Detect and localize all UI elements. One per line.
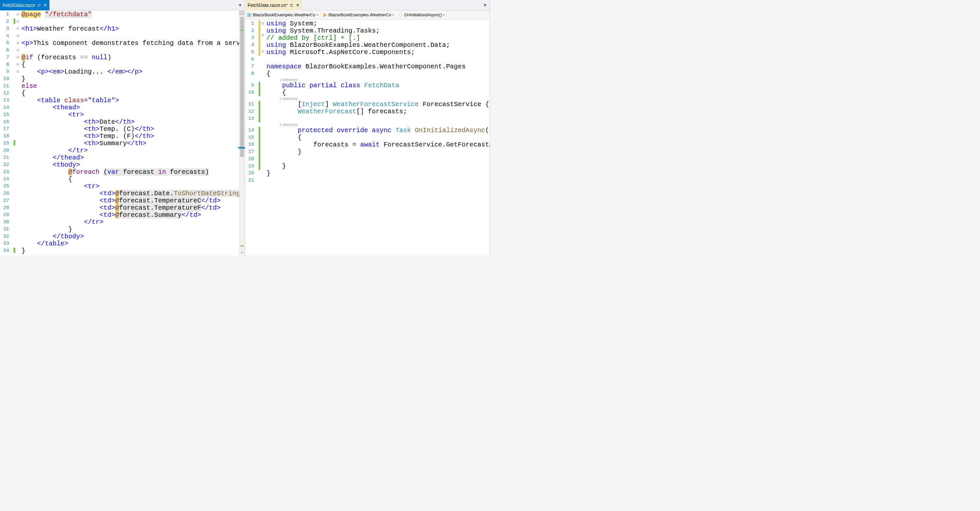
code-line[interactable]: <thead> bbox=[21, 104, 245, 111]
code-line[interactable]: using Microsoft.AspNetCore.Components; bbox=[266, 49, 490, 56]
codelens-reference[interactable]: 1 reference bbox=[266, 123, 490, 127]
tab-overflow-dropdown[interactable]: ▾ bbox=[235, 1, 245, 9]
code-line[interactable]: } bbox=[266, 170, 490, 177]
method-icon bbox=[398, 13, 403, 17]
breadcrumb-method[interactable]: OnInitializedAsync() ▾ bbox=[396, 10, 447, 19]
fold-gutter[interactable]: ⊟⊟⊟⊟⊟⊟⊟⊟⊟ bbox=[16, 10, 20, 256]
code-line[interactable] bbox=[21, 47, 245, 54]
code-line[interactable]: <td>@forecast.TemperatureC</td> bbox=[21, 197, 245, 204]
line-number: 2 bbox=[3, 18, 9, 25]
fold-toggle-icon[interactable]: ⊟ bbox=[16, 68, 20, 75]
code-line[interactable]: { bbox=[266, 134, 490, 141]
code-line[interactable]: <th>Summary</th> bbox=[21, 140, 245, 147]
code-line[interactable]: // added by [ctrl] + [.] bbox=[266, 35, 490, 41]
fold-toggle-icon[interactable]: ⊟ bbox=[261, 48, 265, 55]
code-line[interactable]: { bbox=[266, 70, 490, 78]
breadcrumb-namespace[interactable]: BlazorBookExamples.WeatherCo ▾ bbox=[245, 10, 321, 19]
fold-toggle-icon[interactable]: ⊟ bbox=[16, 11, 20, 18]
fold-toggle-icon[interactable]: ⊟ bbox=[16, 40, 20, 47]
code-line[interactable]: public partial class FetchData bbox=[266, 82, 490, 89]
code-line[interactable]: @if (forecasts == null) bbox=[21, 54, 245, 61]
code-line[interactable]: </table> bbox=[21, 240, 245, 247]
fold-toggle-icon[interactable]: ⊟ bbox=[261, 32, 265, 39]
code-line[interactable]: <tr> bbox=[21, 111, 245, 118]
code-line[interactable]: <p>This component demonstrates fetching … bbox=[21, 40, 245, 47]
code-line[interactable]: <tbody> bbox=[21, 161, 245, 169]
line-number: 5 bbox=[3, 40, 9, 47]
fold-toggle-icon[interactable]: ⊟ bbox=[261, 20, 265, 27]
code-line[interactable]: <th>Temp. (C)</th> bbox=[21, 126, 245, 133]
pin-icon[interactable]: ⊏ bbox=[290, 3, 293, 8]
code-line[interactable]: <td>@forecast.Summary</td> bbox=[21, 212, 245, 219]
close-icon[interactable]: ✕ bbox=[44, 3, 47, 8]
tab-overflow-dropdown[interactable]: ▾ bbox=[480, 1, 490, 9]
code-line[interactable]: <th>Date</th> bbox=[21, 118, 245, 126]
code-line[interactable]: { bbox=[21, 176, 245, 183]
code-line[interactable] bbox=[266, 177, 490, 184]
code-line[interactable]: </tr> bbox=[21, 219, 245, 226]
code-line[interactable] bbox=[266, 115, 490, 123]
code-line[interactable]: <td>@forecast.TemperatureF</td> bbox=[21, 204, 245, 212]
code-line[interactable] bbox=[266, 56, 490, 63]
code-line[interactable]: <tr> bbox=[21, 183, 245, 190]
code-line[interactable]: } bbox=[266, 163, 490, 170]
code-line[interactable]: } bbox=[21, 247, 245, 255]
right-editor-body[interactable]: 123456789101112131415161718192021 ⊟⊟⊟ us… bbox=[245, 19, 490, 256]
code-line[interactable]: </thead> bbox=[21, 154, 245, 161]
code-line[interactable]: { bbox=[21, 90, 245, 97]
code-line[interactable]: using System.Threading.Tasks; bbox=[266, 27, 490, 35]
fold-toggle-icon[interactable]: ⊟ bbox=[16, 47, 20, 54]
fold-toggle-icon[interactable]: ⊟ bbox=[16, 54, 20, 61]
code-line[interactable]: WeatherForecast[] forecasts; bbox=[266, 108, 490, 115]
code-line[interactable]: @page "/fetchdata" bbox=[21, 11, 245, 18]
code-line[interactable]: [Inject] WeatherForecastService Forecast… bbox=[266, 101, 490, 108]
overview-ruler bbox=[239, 16, 245, 250]
code-line[interactable]: { bbox=[21, 61, 245, 68]
close-icon[interactable]: ✕ bbox=[296, 3, 299, 8]
vertical-scrollbar[interactable]: ▴ ▾ bbox=[239, 10, 245, 256]
fold-gutter[interactable]: ⊟⊟⊟ bbox=[261, 19, 265, 256]
line-number: 2 bbox=[248, 27, 254, 35]
code-line[interactable] bbox=[21, 33, 245, 40]
code-line[interactable]: <th>Temp. (F)</th> bbox=[21, 133, 245, 140]
change-mark bbox=[14, 248, 15, 253]
breadcrumb-class[interactable]: BlazorBookExamples.WeatherCo ▾ bbox=[321, 10, 397, 19]
code-line[interactable]: @foreach (var forecast in forecasts) bbox=[21, 169, 245, 176]
code-line[interactable]: <td>@forecast.Date.ToShortDateString()</… bbox=[21, 190, 245, 197]
code-line[interactable]: <p><em>Loading... </em></p> bbox=[21, 68, 245, 75]
code-line[interactable]: <h1>Weather forecast</h1> bbox=[21, 25, 245, 33]
tab-fetchdata-razor[interactable]: FetchData.razor ⊏ ✕ bbox=[0, 0, 49, 10]
fold-toggle-icon[interactable]: ⊟ bbox=[16, 25, 20, 33]
code-line[interactable]: } bbox=[21, 75, 245, 83]
split-handle[interactable] bbox=[239, 11, 244, 15]
code-line[interactable] bbox=[21, 18, 245, 25]
code-line[interactable]: using System; bbox=[266, 20, 490, 27]
code-line[interactable]: forecasts = await ForecastService.GetFor… bbox=[266, 141, 490, 148]
pin-icon[interactable]: ⊏ bbox=[38, 3, 41, 8]
change-mark bbox=[14, 19, 15, 24]
tab-fetchdata-razor-cs[interactable]: FetchData.razor.cs* ⊏ ✕ bbox=[245, 0, 302, 10]
line-number: 1 bbox=[248, 20, 254, 27]
codelens-reference[interactable]: 1 reference bbox=[266, 78, 490, 82]
code-line[interactable]: namespace BlazorBookExamples.WeatherComp… bbox=[266, 63, 490, 70]
left-editor-body[interactable]: 1234567891011121314151617181920212223242… bbox=[0, 10, 245, 256]
code-line[interactable]: <table class="table"> bbox=[21, 97, 245, 104]
code-area[interactable]: using System;using System.Threading.Task… bbox=[265, 19, 490, 256]
svg-rect-5 bbox=[399, 13, 402, 17]
fold-toggle-icon[interactable]: ⊟ bbox=[16, 18, 20, 25]
code-area[interactable]: @page "/fetchdata"<h1>Weather forecast</… bbox=[20, 10, 245, 256]
code-line[interactable]: } bbox=[266, 148, 490, 156]
codelens-reference[interactable]: 1 reference bbox=[266, 96, 490, 101]
code-line[interactable]: else bbox=[21, 83, 245, 90]
fold-toggle-icon[interactable]: ⊟ bbox=[16, 33, 20, 40]
code-line[interactable] bbox=[266, 156, 490, 163]
fold-toggle-icon[interactable]: ⊟ bbox=[16, 61, 20, 68]
code-line[interactable]: { bbox=[266, 89, 490, 96]
code-line[interactable]: protected override async Task OnInitiali… bbox=[266, 127, 490, 134]
change-mark bbox=[259, 27, 260, 35]
code-line[interactable]: </tbody> bbox=[21, 233, 245, 240]
code-line[interactable]: } bbox=[21, 226, 245, 233]
code-line[interactable]: </tr> bbox=[21, 147, 245, 154]
code-line[interactable]: using BlazorBookExamples.WeatherComponen… bbox=[266, 41, 490, 49]
scroll-down-icon[interactable]: ▾ bbox=[239, 250, 245, 256]
